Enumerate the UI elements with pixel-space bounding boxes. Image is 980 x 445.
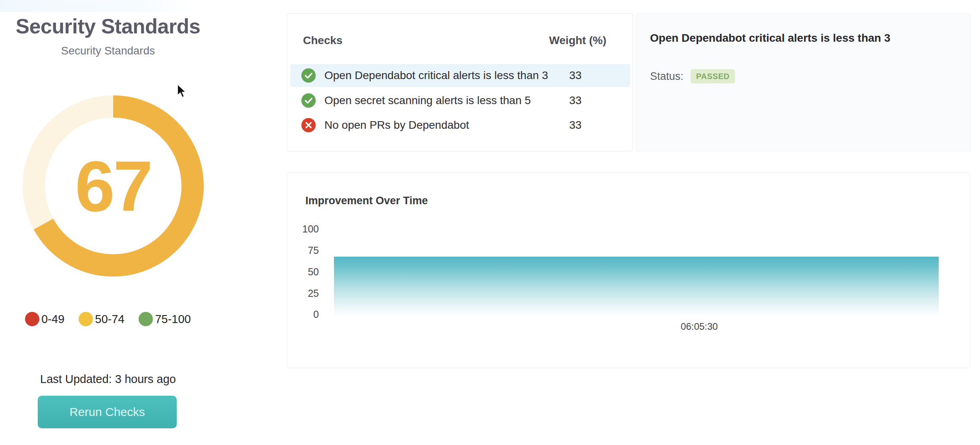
mouse-cursor-icon [176, 83, 188, 99]
page-subtitle: Security Standards [14, 44, 202, 57]
legend-yellow-dot-icon [79, 312, 93, 326]
check-circle-icon [301, 93, 316, 108]
check-row-dependabot-critical[interactable]: Open Dependabot critical alerts is less … [290, 64, 630, 87]
improvement-chart-panel: Improvement Over Time 100 75 50 25 0 06:… [287, 172, 970, 368]
y-axis-tick: 75 [295, 244, 319, 256]
legend-red-dot-icon [25, 312, 39, 326]
check-row-open-prs[interactable]: No open PRs by Dependabot 33 [290, 114, 630, 137]
y-axis-tick: 0 [295, 308, 319, 320]
check-weight: 33 [552, 94, 599, 107]
legend-label: 75-100 [155, 313, 191, 326]
last-updated-text: Last Updated: 3 hours ago [14, 373, 202, 386]
weight-column-header: Weight (%) [549, 34, 606, 47]
status-label: Status: [650, 70, 683, 83]
legend-green-dot-icon [139, 312, 153, 326]
legend-item-mid: 50-74 [79, 312, 124, 326]
legend-label: 50-74 [95, 313, 124, 326]
check-weight: 33 [552, 119, 599, 132]
rerun-checks-button[interactable]: Rerun Checks [38, 396, 177, 428]
y-axis-tick: 100 [295, 223, 319, 235]
check-label: No open PRs by Dependabot [324, 119, 469, 132]
chart-title: Improvement Over Time [305, 195, 428, 207]
page-title: Security Standards [14, 14, 202, 38]
score-value: 67 [23, 95, 204, 277]
legend-item-low: 0-49 [25, 312, 64, 326]
check-row-secret-scanning[interactable]: Open secret scanning alerts is less than… [290, 89, 630, 112]
legend-label: 0-49 [41, 313, 64, 326]
checks-panel-title: Checks [303, 34, 343, 47]
checks-panel: Checks Weight (%) Open Dependabot critic… [287, 13, 633, 151]
check-weight: 33 [552, 69, 599, 82]
check-circle-icon [301, 68, 316, 83]
check-detail-panel: Open Dependabot critical alerts is less … [636, 13, 971, 151]
check-label: Open secret scanning alerts is less than… [324, 94, 531, 107]
status-badge: PASSED [691, 69, 735, 83]
score-gauge: 67 [23, 95, 204, 277]
y-axis-tick: 25 [295, 287, 319, 299]
security-standards-dashboard: Security Standards Security Standards 67… [0, 0, 980, 445]
status-line: Status: PASSED [650, 69, 735, 84]
check-label: Open Dependabot critical alerts is less … [324, 69, 548, 82]
x-circle-icon [301, 118, 316, 132]
score-legend: 0-49 50-74 75-100 [14, 311, 202, 327]
area-series-band [334, 257, 939, 316]
y-axis-tick: 50 [295, 266, 319, 278]
legend-item-high: 75-100 [139, 312, 191, 326]
top-edge-strip [0, 0, 195, 12]
x-axis-tick: 06:05:30 [675, 321, 723, 332]
check-detail-title: Open Dependabot critical alerts is less … [650, 32, 960, 44]
